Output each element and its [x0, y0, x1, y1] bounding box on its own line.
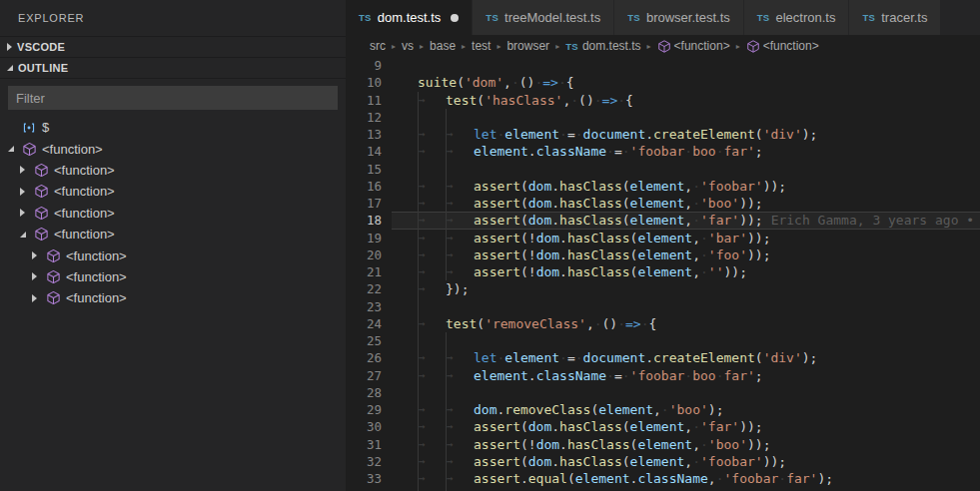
code-line[interactable]: 34 — [346, 487, 980, 491]
code-line[interactable]: 19→→assert(!dom.hasClass(element,·'bar')… — [346, 230, 980, 246]
code-token: hasClass — [559, 196, 622, 211]
outline-item[interactable]: <function> — [0, 138, 346, 159]
breadcrumb-item[interactable]: vs — [402, 39, 414, 53]
code-line-content[interactable]: →→dom.removeClass(element,·'boo'); — [392, 401, 980, 418]
twistie-slot — [32, 294, 45, 302]
sidebar-section-outline[interactable]: OUTLINE — [0, 57, 346, 78]
code-line[interactable]: 29→→dom.removeClass(element,·'boo'); — [346, 401, 980, 418]
code-line[interactable]: 23 — [346, 298, 980, 315]
code-line[interactable]: 31→→assert(!dom.hasClass(element,·'boo')… — [346, 436, 980, 453]
code-line-content[interactable] — [392, 298, 980, 315]
code-line-content[interactable]: →→let·element·=·document.createElement('… — [392, 126, 980, 143]
tab-electron.ts[interactable]: TSelectron.ts — [744, 0, 850, 35]
breadcrumb-item[interactable]: browser — [506, 39, 549, 53]
indent-guide: → — [446, 418, 474, 435]
code-line-content[interactable]: →→assert(!dom.hasClass(element,·'boo')); — [392, 436, 980, 453]
code-line-content[interactable]: →→assert(dom.hasClass(element,·'boo')); — [392, 195, 980, 212]
breadcrumb-item[interactable]: <function> — [657, 39, 730, 53]
twistie-collapsed-icon[interactable] — [20, 188, 25, 196]
code-line-content[interactable]: →test('removeClass',·()·=>·{ — [392, 315, 980, 332]
tab-treeModel.test.ts[interactable]: TStreeModel.test.ts — [473, 0, 614, 35]
code-line[interactable]: 21→→assert(!dom.hasClass(element,·'')); — [346, 263, 980, 280]
outline-item[interactable]: <function> — [0, 160, 346, 181]
code-line-content[interactable]: →→element.className·=·'foobar·boo·far'; — [392, 367, 980, 384]
outline-item[interactable]: <function> — [0, 181, 346, 202]
code-line-content[interactable]: →→assert.equal(element.className,·'fooba… — [392, 470, 980, 487]
code-line[interactable]: 13→→let·element·=·document.createElement… — [346, 126, 980, 143]
code-line-content[interactable]: →→assert(!dom.hasClass(element,·'foo')); — [392, 246, 980, 263]
breadcrumb-item[interactable]: test — [472, 39, 490, 53]
outline-item[interactable]: $ — [0, 117, 346, 138]
code-token: dom — [474, 402, 496, 417]
code-line-content[interactable]: →→assert(!dom.hasClass(element,·'')); — [392, 263, 980, 280]
sidebar-section-vscode[interactable]: VSCODE — [0, 36, 346, 57]
code-token: hasClass — [567, 231, 630, 246]
twistie-collapsed-icon[interactable] — [32, 251, 37, 259]
modified-dot-icon[interactable] — [451, 14, 459, 22]
outline-item[interactable]: <function> — [0, 245, 346, 265]
code-line[interactable]: 9 — [346, 57, 980, 74]
tab-browser.test.ts[interactable]: TSbrowser.test.ts — [614, 0, 744, 35]
code-line[interactable]: 33→→assert.equal(element.className,·'foo… — [346, 470, 980, 487]
code-line-content[interactable]: →→element.className·=·'foobar·boo·far'; — [392, 143, 980, 160]
tab-tracer.ts[interactable]: TStracer.ts — [849, 0, 941, 35]
outline-item[interactable]: <function> — [0, 266, 346, 287]
code-line-content[interactable] — [392, 109, 980, 126]
code-line-content[interactable]: →→assert(dom.hasClass(element,·'foobar')… — [392, 178, 980, 195]
code-line[interactable]: 25 — [346, 332, 980, 349]
twistie-collapsed-icon[interactable] — [32, 272, 37, 280]
outline-item[interactable]: <function> — [0, 224, 346, 245]
code-editor[interactable]: 910suite('dom',·()·=>·{11→test('hasClass… — [346, 57, 980, 491]
code-line-content[interactable]: →test('hasClass',·()·=>·{ — [392, 92, 980, 109]
code-line-content[interactable] — [392, 487, 980, 491]
code-token: dom — [536, 247, 559, 262]
code-line[interactable]: 17→→assert(dom.hasClass(element,·'boo'))… — [346, 195, 980, 212]
code-line[interactable]: 26→→let·element·=·document.createElement… — [346, 349, 980, 366]
code-line-content[interactable] — [392, 161, 980, 178]
code-line-content[interactable]: →→assert(!dom.hasClass(element,·'bar')); — [392, 230, 980, 246]
outline-item[interactable]: <function> — [0, 203, 346, 224]
code-line-content[interactable]: suite('dom',·()·=>·{ — [392, 74, 980, 91]
code-line[interactable]: 24→test('removeClass',·()·=>·{ — [346, 315, 980, 332]
twistie-expanded-icon[interactable] — [20, 232, 26, 238]
code-line[interactable]: 30→→assert(dom.hasClass(element,·'far'))… — [346, 418, 980, 435]
code-line[interactable]: 18→→assert(dom.hasClass(element,·'far'))… — [346, 212, 980, 229]
twistie-expanded-icon[interactable] — [8, 146, 14, 152]
code-line[interactable]: 16→→assert(dom.hasClass(element,·'foobar… — [346, 178, 980, 195]
twistie-collapsed-icon[interactable] — [20, 209, 25, 217]
code-line[interactable]: 12 — [346, 109, 980, 126]
breadcrumb-item[interactable]: <function> — [746, 39, 819, 53]
code-line[interactable]: 28 — [346, 384, 980, 401]
code-line[interactable]: 14→→element.className·=·'foobar·boo·far'… — [346, 143, 980, 160]
twistie-collapsed-icon[interactable] — [20, 166, 25, 174]
code-line-content[interactable]: →→let·element·=·document.createElement('… — [392, 349, 980, 366]
code-line[interactable]: 15 — [346, 161, 980, 178]
code-line-content[interactable] — [392, 57, 980, 74]
code-line[interactable]: 10suite('dom',·()·=>·{ — [346, 74, 980, 91]
code-line-content[interactable]: →}); — [392, 280, 980, 297]
code-line-content[interactable] — [392, 332, 980, 349]
code-line[interactable]: 11→test('hasClass',·()·=>·{ — [346, 92, 980, 109]
code-line[interactable]: 27→→element.className·=·'foobar·boo·far'… — [346, 367, 980, 384]
code-line-content[interactable]: →→assert(dom.hasClass(element,·'far')); — [392, 418, 980, 435]
outline-filter-input[interactable] — [8, 86, 338, 110]
code-line-content[interactable] — [392, 384, 980, 401]
twistie-collapsed-icon[interactable] — [32, 294, 37, 302]
breadcrumb-item[interactable]: TSdom.test.ts — [565, 39, 640, 53]
breadcrumb-item[interactable]: src — [370, 39, 386, 53]
breadcrumb-item[interactable]: base — [430, 39, 456, 53]
symbol-method-icon — [33, 205, 49, 221]
indent-guide: → — [418, 401, 446, 418]
code-token: element — [630, 454, 685, 469]
code-line[interactable]: 20→→assert(!dom.hasClass(element,·'foo')… — [346, 246, 980, 263]
indent-guide: → — [418, 230, 446, 246]
code-line-content[interactable]: →→assert(dom.hasClass(element,·'foobar')… — [392, 453, 980, 470]
code-line[interactable]: 22→}); — [346, 280, 980, 297]
code-line-content[interactable]: →→assert(dom.hasClass(element,·'far'));E… — [392, 212, 980, 229]
code-token: }); — [446, 281, 469, 296]
outline-item-label: <function> — [42, 142, 103, 157]
code-token: (! — [520, 231, 536, 246]
tab-dom.test.ts[interactable]: TSdom.test.ts — [346, 0, 473, 35]
outline-item[interactable]: <function> — [0, 287, 346, 308]
code-line[interactable]: 32→→assert(dom.hasClass(element,·'foobar… — [346, 453, 980, 470]
